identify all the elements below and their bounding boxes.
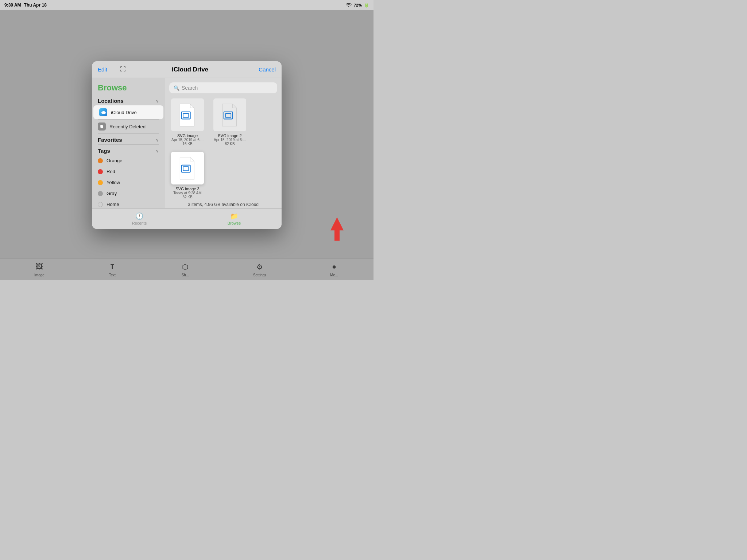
file-picker-modal: Edit iCloud Drive Cancel Browse Location… xyxy=(92,61,282,229)
tag-gray[interactable]: Gray xyxy=(92,188,165,199)
resize-icon xyxy=(120,66,126,73)
file-icon-wrap-3 xyxy=(171,152,204,184)
modal-title: iCloud Drive xyxy=(126,66,254,73)
recents-tab-icon: 🕐 xyxy=(135,212,143,220)
cancel-button[interactable]: Cancel xyxy=(254,66,276,73)
file-size-2: 82 KB xyxy=(225,142,235,146)
status-right: 72% 🔋 xyxy=(346,3,369,8)
tag-home-label: Home xyxy=(107,202,119,207)
tag-yellow[interactable]: Yellow xyxy=(92,177,165,188)
tag-red[interactable]: Red xyxy=(92,166,165,177)
recents-tab-label: Recents xyxy=(132,221,147,225)
recently-deleted-label: Recently Deleted xyxy=(109,124,146,129)
search-icon: 🔍 xyxy=(174,85,179,91)
tag-yellow-label: Yellow xyxy=(107,180,120,185)
status-day: Thu Apr 18 xyxy=(24,3,47,8)
file-date-3: Today at 9:28 AM xyxy=(173,191,201,195)
tags-title: Tags xyxy=(98,148,110,154)
modal-header: Edit iCloud Drive Cancel xyxy=(92,61,282,78)
file-item-3[interactable]: SVG image 3 Today at 9:28 AM 82 KB xyxy=(169,152,206,199)
tag-gray-label: Gray xyxy=(107,191,117,196)
wifi-icon xyxy=(346,3,352,8)
browse-title: Browse xyxy=(92,78,165,95)
orange-dot xyxy=(98,158,103,163)
home-dot xyxy=(98,202,103,207)
search-bar[interactable]: 🔍 Search xyxy=(169,82,277,93)
file-icon-wrap-1 xyxy=(171,98,204,131)
file-item-2[interactable]: SVG image 2 Apr 15, 2019 at 6:... 82 KB xyxy=(212,98,248,146)
file-size-3: 82 KB xyxy=(182,195,192,199)
modal-overlay: Edit iCloud Drive Cancel Browse Location… xyxy=(0,10,374,280)
search-placeholder: Search xyxy=(182,85,198,91)
file-name-1: SVG image xyxy=(177,133,198,138)
modal-bottom-tabs: 🕐 Recents 📁 Browse xyxy=(92,208,282,229)
favorites-chevron: ∨ xyxy=(156,137,159,143)
file-icon-wrap-2 xyxy=(213,98,246,131)
tags-section-header[interactable]: Tags ∨ xyxy=(92,145,165,155)
favorites-section-header[interactable]: Favorites ∨ xyxy=(92,134,165,144)
file-date-2: Apr 15, 2019 at 6:... xyxy=(214,138,246,142)
tag-red-label: Red xyxy=(107,169,115,174)
status-time: 9:30 AM xyxy=(4,3,21,8)
file-grid: SVG image Apr 15, 2019 at 6:... 16 KB xyxy=(169,98,277,199)
tag-orange-label: Orange xyxy=(107,158,122,163)
sidebar-item-recently-deleted[interactable]: Recently Deleted xyxy=(92,120,165,133)
tab-recents[interactable]: 🕐 Recents xyxy=(92,211,187,227)
yellow-dot xyxy=(98,180,103,185)
locations-title: Locations xyxy=(98,98,124,104)
icloud-drive-icon xyxy=(99,108,107,116)
locations-section-header[interactable]: Locations ∨ xyxy=(92,95,165,105)
modal-body: Browse Locations ∨ iCloud Drive xyxy=(92,78,282,208)
browse-tab-icon: 📁 xyxy=(230,212,238,220)
tab-browse[interactable]: 📁 Browse xyxy=(187,211,282,227)
recently-deleted-icon xyxy=(98,122,106,131)
locations-chevron: ∨ xyxy=(156,98,159,104)
browse-tab-label: Browse xyxy=(228,221,241,225)
file-date-1: Apr 15, 2019 at 6:... xyxy=(171,138,204,142)
file-size-1: 16 KB xyxy=(182,142,192,146)
icloud-drive-label: iCloud Drive xyxy=(111,110,137,115)
tags-chevron: ∨ xyxy=(156,148,159,153)
storage-status: 3 items, 4.96 GB available on iCloud xyxy=(169,199,277,207)
red-dot xyxy=(98,169,103,174)
file-name-3: SVG image 3 xyxy=(175,187,199,191)
file-content-area: 🔍 Search xyxy=(165,78,282,208)
gray-dot xyxy=(98,191,103,196)
favorites-title: Favorites xyxy=(98,137,122,143)
status-bar: 9:30 AM Thu Apr 18 72% 🔋 xyxy=(0,0,374,10)
tag-home[interactable]: Home xyxy=(92,199,165,208)
battery-percentage: 72% xyxy=(354,3,362,7)
tag-orange[interactable]: Orange xyxy=(92,155,165,166)
sidebar-item-icloud-drive[interactable]: iCloud Drive xyxy=(93,105,163,119)
battery-icon: 🔋 xyxy=(364,3,369,8)
file-item-1[interactable]: SVG image Apr 15, 2019 at 6:... 16 KB xyxy=(169,98,206,146)
file-picker-sidebar: Browse Locations ∨ iCloud Drive xyxy=(92,78,165,208)
edit-button[interactable]: Edit xyxy=(98,66,120,73)
status-left: 9:30 AM Thu Apr 18 xyxy=(4,3,47,8)
file-name-2: SVG image 2 xyxy=(218,133,241,138)
